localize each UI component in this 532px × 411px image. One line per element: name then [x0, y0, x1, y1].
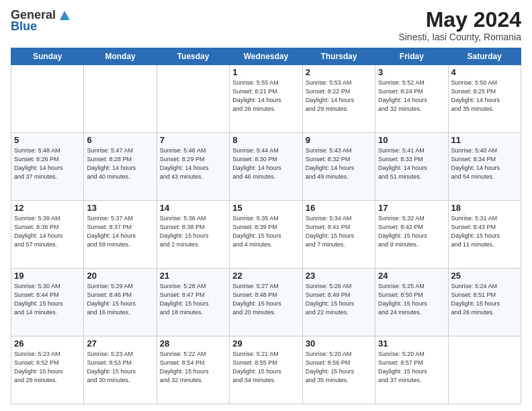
- logo: General Blue: [11, 8, 72, 34]
- day-info: Sunrise: 5:21 AM Sunset: 8:55 PM Dayligh…: [232, 350, 299, 385]
- day-number: 24: [378, 271, 445, 281]
- day-info: Sunrise: 5:53 AM Sunset: 8:22 PM Dayligh…: [306, 79, 372, 113]
- calendar-cell: 1Sunrise: 5:55 AM Sunset: 8:21 PM Daylig…: [230, 65, 302, 133]
- day-info: Sunrise: 5:26 AM Sunset: 8:49 PM Dayligh…: [306, 282, 372, 317]
- calendar-cell: 31Sunrise: 5:20 AM Sunset: 8:57 PM Dayli…: [375, 336, 448, 404]
- calendar-cell: 23Sunrise: 5:26 AM Sunset: 8:49 PM Dayli…: [302, 269, 375, 336]
- day-info: Sunrise: 5:44 AM Sunset: 8:30 PM Dayligh…: [232, 146, 299, 181]
- day-info: Sunrise: 5:20 AM Sunset: 8:56 PM Dayligh…: [306, 350, 372, 385]
- calendar-cell: 24Sunrise: 5:25 AM Sunset: 8:50 PM Dayli…: [375, 269, 448, 336]
- day-number: 15: [232, 203, 299, 213]
- day-number: 16: [306, 203, 372, 213]
- day-info: Sunrise: 5:32 AM Sunset: 8:42 PM Dayligh…: [378, 214, 445, 249]
- calendar-cell: 14Sunrise: 5:36 AM Sunset: 8:38 PM Dayli…: [157, 201, 229, 269]
- day-info: Sunrise: 5:31 AM Sunset: 8:43 PM Dayligh…: [451, 214, 518, 249]
- calendar-cell: 21Sunrise: 5:28 AM Sunset: 8:47 PM Dayli…: [157, 269, 229, 336]
- day-number: 3: [378, 67, 445, 77]
- weekday-header-thursday: Thursday: [302, 48, 375, 65]
- calendar-cell: 6Sunrise: 5:47 AM Sunset: 8:28 PM Daylig…: [84, 133, 157, 201]
- day-number: 13: [87, 203, 153, 213]
- calendar-cell: [84, 65, 157, 133]
- day-info: Sunrise: 5:34 AM Sunset: 8:41 PM Dayligh…: [306, 214, 372, 249]
- day-number: 23: [306, 271, 372, 281]
- day-number: 12: [14, 203, 81, 213]
- calendar-cell: 22Sunrise: 5:27 AM Sunset: 8:48 PM Dayli…: [230, 269, 302, 336]
- weekday-header-saturday: Saturday: [448, 48, 521, 65]
- calendar-cell: 28Sunrise: 5:22 AM Sunset: 8:54 PM Dayli…: [157, 336, 229, 404]
- calendar-cell: 8Sunrise: 5:44 AM Sunset: 8:30 PM Daylig…: [230, 133, 302, 201]
- day-number: 27: [87, 338, 153, 349]
- day-info: Sunrise: 5:52 AM Sunset: 8:24 PM Dayligh…: [378, 79, 445, 113]
- calendar-cell: [157, 65, 229, 133]
- day-number: 20: [87, 271, 153, 281]
- day-number: 6: [87, 135, 153, 145]
- day-number: 21: [160, 271, 226, 281]
- day-info: Sunrise: 5:35 AM Sunset: 8:39 PM Dayligh…: [232, 214, 299, 249]
- calendar-cell: 29Sunrise: 5:21 AM Sunset: 8:55 PM Dayli…: [230, 336, 302, 404]
- day-info: Sunrise: 5:39 AM Sunset: 8:36 PM Dayligh…: [14, 214, 81, 249]
- day-info: Sunrise: 5:27 AM Sunset: 8:48 PM Dayligh…: [232, 282, 299, 317]
- day-number: 29: [232, 338, 299, 349]
- day-info: Sunrise: 5:36 AM Sunset: 8:38 PM Dayligh…: [160, 214, 226, 249]
- day-info: Sunrise: 5:43 AM Sunset: 8:32 PM Dayligh…: [306, 146, 372, 181]
- day-info: Sunrise: 5:28 AM Sunset: 8:47 PM Dayligh…: [160, 282, 226, 317]
- day-number: 4: [451, 67, 518, 77]
- logo-icon: [57, 8, 72, 23]
- day-info: Sunrise: 5:46 AM Sunset: 8:29 PM Dayligh…: [160, 146, 226, 181]
- weekday-header-tuesday: Tuesday: [157, 48, 229, 65]
- calendar-cell: 30Sunrise: 5:20 AM Sunset: 8:56 PM Dayli…: [302, 336, 375, 404]
- calendar-cell: 16Sunrise: 5:34 AM Sunset: 8:41 PM Dayli…: [302, 201, 375, 269]
- day-info: Sunrise: 5:22 AM Sunset: 8:54 PM Dayligh…: [160, 350, 226, 385]
- day-number: 1: [232, 67, 299, 77]
- weekday-header-sunday: Sunday: [11, 48, 84, 65]
- day-info: Sunrise: 5:37 AM Sunset: 8:37 PM Dayligh…: [87, 214, 153, 249]
- calendar-cell: 2Sunrise: 5:53 AM Sunset: 8:22 PM Daylig…: [302, 65, 375, 133]
- title-block: May 2024 Sinesti, Iasi County, Romania: [398, 8, 521, 42]
- day-info: Sunrise: 5:50 AM Sunset: 8:25 PM Dayligh…: [451, 79, 518, 113]
- page: General Blue May 2024 Sinesti, Iasi Coun…: [0, 0, 532, 411]
- day-number: 30: [306, 338, 372, 349]
- calendar-cell: 17Sunrise: 5:32 AM Sunset: 8:42 PM Dayli…: [375, 201, 448, 269]
- calendar-cell: 26Sunrise: 5:23 AM Sunset: 8:52 PM Dayli…: [11, 336, 84, 404]
- calendar-cell: 13Sunrise: 5:37 AM Sunset: 8:37 PM Dayli…: [84, 201, 157, 269]
- calendar-cell: [11, 65, 84, 133]
- day-info: Sunrise: 5:55 AM Sunset: 8:21 PM Dayligh…: [232, 79, 299, 113]
- day-number: 9: [306, 135, 372, 145]
- day-info: Sunrise: 5:29 AM Sunset: 8:46 PM Dayligh…: [87, 282, 153, 317]
- calendar-table: SundayMondayTuesdayWednesdayThursdayFrid…: [11, 48, 521, 404]
- location-subtitle: Sinesti, Iasi County, Romania: [398, 32, 521, 42]
- day-info: Sunrise: 5:48 AM Sunset: 8:26 PM Dayligh…: [14, 146, 81, 181]
- day-number: 22: [232, 271, 299, 281]
- weekday-header-monday: Monday: [84, 48, 157, 65]
- calendar-cell: 19Sunrise: 5:30 AM Sunset: 8:44 PM Dayli…: [11, 269, 84, 336]
- header: General Blue May 2024 Sinesti, Iasi Coun…: [11, 8, 521, 42]
- day-info: Sunrise: 5:40 AM Sunset: 8:34 PM Dayligh…: [451, 146, 518, 181]
- day-number: 25: [451, 271, 518, 281]
- calendar-cell: 5Sunrise: 5:48 AM Sunset: 8:26 PM Daylig…: [11, 133, 84, 201]
- calendar-cell: 10Sunrise: 5:41 AM Sunset: 8:33 PM Dayli…: [375, 133, 448, 201]
- calendar-cell: 20Sunrise: 5:29 AM Sunset: 8:46 PM Dayli…: [84, 269, 157, 336]
- day-info: Sunrise: 5:47 AM Sunset: 8:28 PM Dayligh…: [87, 146, 153, 181]
- day-number: 31: [378, 338, 445, 349]
- calendar-cell: 3Sunrise: 5:52 AM Sunset: 8:24 PM Daylig…: [375, 65, 448, 133]
- calendar-cell: 27Sunrise: 5:23 AM Sunset: 8:53 PM Dayli…: [84, 336, 157, 404]
- calendar-cell: 15Sunrise: 5:35 AM Sunset: 8:39 PM Dayli…: [230, 201, 302, 269]
- day-info: Sunrise: 5:20 AM Sunset: 8:57 PM Dayligh…: [378, 350, 445, 385]
- calendar-cell: 11Sunrise: 5:40 AM Sunset: 8:34 PM Dayli…: [448, 133, 521, 201]
- logo-blue-text: Blue: [11, 20, 37, 34]
- day-number: 10: [378, 135, 445, 145]
- day-info: Sunrise: 5:30 AM Sunset: 8:44 PM Dayligh…: [14, 282, 81, 317]
- day-number: 2: [306, 67, 372, 77]
- month-title: May 2024: [398, 8, 521, 32]
- day-number: 8: [232, 135, 299, 145]
- day-number: 26: [14, 338, 81, 349]
- calendar-cell: 12Sunrise: 5:39 AM Sunset: 8:36 PM Dayli…: [11, 201, 84, 269]
- day-number: 18: [451, 203, 518, 213]
- day-number: 11: [451, 135, 518, 145]
- day-number: 28: [160, 338, 226, 349]
- day-number: 14: [160, 203, 226, 213]
- day-number: 7: [160, 135, 226, 145]
- day-info: Sunrise: 5:24 AM Sunset: 8:51 PM Dayligh…: [451, 282, 518, 317]
- calendar-cell: 25Sunrise: 5:24 AM Sunset: 8:51 PM Dayli…: [448, 269, 521, 336]
- calendar-cell: 4Sunrise: 5:50 AM Sunset: 8:25 PM Daylig…: [448, 65, 521, 133]
